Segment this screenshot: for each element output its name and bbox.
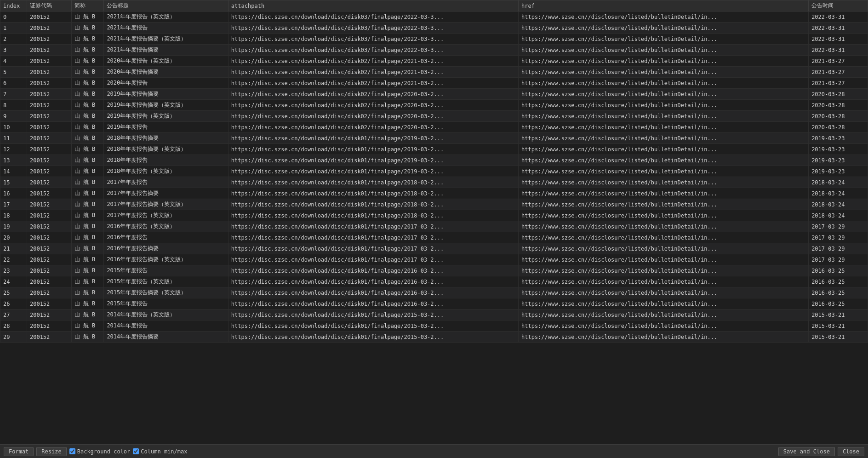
table-row[interactable]: 15200152山 航 B2017年年度报告https://disc.szse.… (0, 177, 868, 188)
bottom-toolbar-right: Save and Close Close (778, 447, 864, 456)
cell-date: 2015-03-21 (809, 332, 868, 343)
cell-title: 2021年年度报告摘要 (104, 45, 228, 56)
table-row[interactable]: 1200152山 航 B2021年年度报告https://disc.szse.c… (0, 23, 868, 34)
cell-index: 11 (0, 133, 27, 144)
cell-abbr: 山 航 B (71, 276, 104, 287)
cell-date: 2018-03-24 (809, 177, 868, 188)
table-row[interactable]: 2200152山 航 B2021年年度报告摘要（英文版）https://disc… (0, 34, 868, 45)
table-row[interactable]: 24200152山 航 B2015年年度报告（英文版）https://disc.… (0, 276, 868, 287)
cell-index: 4 (0, 56, 27, 67)
table-row[interactable]: 11200152山 航 B2018年年度报告摘要https://disc.szs… (0, 133, 868, 144)
cell-index: 12 (0, 144, 27, 155)
col-minmax-checkbox[interactable] (133, 448, 139, 454)
table-row[interactable]: 29200152山 航 B2014年年度报告摘要https://disc.szs… (0, 332, 868, 343)
cell-href: https://www.szse.cn//disclosure/listed/b… (519, 78, 809, 89)
cell-code: 200152 (27, 309, 71, 321)
cell-attachpath: https://disc.szse.cn/download/disc/disk0… (228, 23, 518, 34)
table-row[interactable]: 27200152山 航 B2014年年度报告（英文版）https://disc.… (0, 309, 868, 321)
cell-title: 2021年年度报告 (104, 23, 228, 34)
cell-title: 2019年年度报告摘要（英文版） (104, 100, 228, 111)
cell-attachpath: https://disc.szse.cn/download/disc/disk0… (228, 56, 518, 67)
cell-title: 2019年年度报告（英文版） (104, 111, 228, 122)
cell-index: 28 (0, 321, 27, 332)
bg-color-checkbox[interactable] (69, 448, 75, 454)
table-row[interactable]: 12200152山 航 B2018年年度报告摘要（英文版）https://dis… (0, 144, 868, 155)
cell-attachpath: https://disc.szse.cn/download/disc/disk0… (228, 199, 518, 210)
save-close-button[interactable]: Save and Close (778, 447, 835, 456)
cell-title: 2020年年度报告 (104, 78, 228, 89)
cell-attachpath: https://disc.szse.cn/download/disc/disk0… (228, 89, 518, 100)
cell-title: 2016年年度报告摘要（英文版） (104, 254, 228, 265)
format-button[interactable]: Format (4, 447, 34, 456)
cell-abbr: 山 航 B (71, 254, 104, 265)
cell-abbr: 山 航 B (71, 287, 104, 298)
col-header-date[interactable]: 公告时间 (809, 0, 868, 11)
table-row[interactable]: 20200152山 航 B2016年年度报告https://disc.szse.… (0, 232, 868, 243)
table-row[interactable]: 21200152山 航 B2016年年度报告摘要https://disc.szs… (0, 243, 868, 254)
cell-abbr: 山 航 B (71, 298, 104, 309)
table-row[interactable]: 3200152山 航 B2021年年度报告摘要https://disc.szse… (0, 45, 868, 56)
table-row[interactable]: 25200152山 航 B2015年年度报告摘要（英文版）https://dis… (0, 287, 868, 298)
table-row[interactable]: 6200152山 航 B2020年年度报告https://disc.szse.c… (0, 78, 868, 89)
table-row[interactable]: 9200152山 航 B2019年年度报告（英文版）https://disc.s… (0, 111, 868, 122)
cell-index: 22 (0, 254, 27, 265)
table-row[interactable]: 5200152山 航 B2020年年度报告摘要https://disc.szse… (0, 67, 868, 78)
cell-attachpath: https://disc.szse.cn/download/disc/disk0… (228, 166, 518, 177)
table-row[interactable]: 28200152山 航 B2014年年度报告https://disc.szse.… (0, 321, 868, 332)
table-row[interactable]: 17200152山 航 B2017年年度报告摘要（英文版）https://dis… (0, 199, 868, 210)
bg-color-checkbox-label[interactable]: Background color (69, 448, 131, 455)
table-row[interactable]: 4200152山 航 B2020年年度报告（英文版）https://disc.s… (0, 56, 868, 67)
cell-code: 200152 (27, 89, 71, 100)
table-row[interactable]: 0200152山 航 B2021年年度报告（英文版）https://disc.s… (0, 11, 868, 23)
cell-title: 2016年年度报告（英文版） (104, 221, 228, 232)
cell-code: 200152 (27, 332, 71, 343)
cell-index: 26 (0, 298, 27, 309)
table-row[interactable]: 10200152山 航 B2019年年度报告https://disc.szse.… (0, 122, 868, 133)
col-header-abbr[interactable]: 简称 (71, 0, 104, 11)
cell-abbr: 山 航 B (71, 67, 104, 78)
table-row[interactable]: 23200152山 航 B2015年年度报告https://disc.szse.… (0, 265, 868, 276)
table-row[interactable]: 13200152山 航 B2018年年度报告https://disc.szse.… (0, 155, 868, 166)
cell-title: 2014年年度报告 (104, 321, 228, 332)
cell-code: 200152 (27, 144, 71, 155)
cell-attachpath: https://disc.szse.cn/download/disc/disk0… (228, 111, 518, 122)
col-header-code[interactable]: 证券代码 (27, 0, 71, 11)
cell-abbr: 山 航 B (71, 144, 104, 155)
table-row[interactable]: 19200152山 航 B2016年年度报告（英文版）https://disc.… (0, 221, 868, 232)
cell-code: 200152 (27, 276, 71, 287)
cell-abbr: 山 航 B (71, 155, 104, 166)
cell-title: 2017年年度报告（英文版） (104, 210, 228, 221)
table-row[interactable]: 26200152山 航 B2015年年度报告https://disc.szse.… (0, 298, 868, 309)
table-row[interactable]: 8200152山 航 B2019年年度报告摘要（英文版）https://disc… (0, 100, 868, 111)
cell-date: 2019-03-23 (809, 155, 868, 166)
cell-code: 200152 (27, 265, 71, 276)
cell-href: https://www.szse.cn//disclosure/listed/b… (519, 155, 809, 166)
table-row[interactable]: 18200152山 航 B2017年年度报告（英文版）https://disc.… (0, 210, 868, 221)
cell-title: 2015年年度报告（英文版） (104, 276, 228, 287)
cell-attachpath: https://disc.szse.cn/download/disc/disk0… (228, 287, 518, 298)
cell-index: 19 (0, 221, 27, 232)
col-header-title[interactable]: 公告标题 (104, 0, 228, 11)
cell-href: https://www.szse.cn//disclosure/listed/b… (519, 332, 809, 343)
cell-code: 200152 (27, 221, 71, 232)
col-minmax-checkbox-label[interactable]: Column min/max (133, 448, 187, 455)
col-header-href[interactable]: href (519, 0, 809, 11)
cell-href: https://www.szse.cn//disclosure/listed/b… (519, 34, 809, 45)
cell-index: 8 (0, 100, 27, 111)
cell-index: 0 (0, 11, 27, 23)
cell-index: 17 (0, 199, 27, 210)
cell-abbr: 山 航 B (71, 221, 104, 232)
table-row[interactable]: 16200152山 航 B2017年年度报告摘要https://disc.szs… (0, 188, 868, 199)
cell-index: 15 (0, 177, 27, 188)
resize-button[interactable]: Resize (36, 447, 66, 456)
cell-code: 200152 (27, 155, 71, 166)
table-row[interactable]: 22200152山 航 B2016年年度报告摘要（英文版）https://dis… (0, 254, 868, 265)
table-row[interactable]: 14200152山 航 B2018年年度报告（英文版）https://disc.… (0, 166, 868, 177)
cell-abbr: 山 航 B (71, 56, 104, 67)
col-header-index[interactable]: index (0, 0, 27, 11)
cell-attachpath: https://disc.szse.cn/download/disc/disk0… (228, 155, 518, 166)
cell-abbr: 山 航 B (71, 265, 104, 276)
col-header-attachpath[interactable]: attachpath (228, 0, 518, 11)
table-row[interactable]: 7200152山 航 B2019年年度报告摘要https://disc.szse… (0, 89, 868, 100)
close-button[interactable]: Close (838, 447, 864, 456)
